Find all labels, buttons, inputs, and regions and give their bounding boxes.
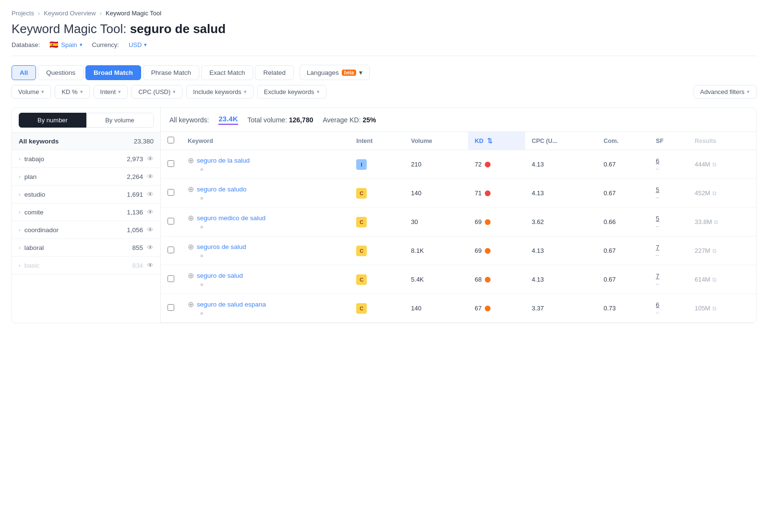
right-panel: All keywords: 23.4K Total volume: 126,78… xyxy=(161,108,756,323)
eye-icon[interactable]: 👁 xyxy=(147,208,154,216)
sf-column-header[interactable]: SF xyxy=(649,132,688,150)
eye-icon[interactable]: 👁 xyxy=(147,261,154,269)
keyword-link[interactable]: seguro de salud espana xyxy=(197,301,266,308)
tab-related[interactable]: Related xyxy=(255,65,294,80)
row-checkbox[interactable] xyxy=(168,304,174,311)
beta-badge: beta xyxy=(342,70,357,76)
add-icon[interactable]: ⊕ xyxy=(188,300,194,309)
breadcrumb-projects[interactable]: Projects xyxy=(12,10,34,17)
keyword-link[interactable]: seguro medico de salud xyxy=(197,214,265,222)
keyword-link[interactable]: seguro de salud xyxy=(197,272,243,279)
languages-button[interactable]: Languages beta ▾ xyxy=(300,65,370,80)
volume-column-header[interactable]: Volume xyxy=(404,132,468,150)
volume-filter[interactable]: Volume ▾ xyxy=(12,85,51,99)
sf-value[interactable]: 7 xyxy=(656,272,659,280)
exclude-keywords-filter[interactable]: Exclude keywords ▾ xyxy=(257,85,326,99)
left-item-label: › estudio xyxy=(19,191,45,198)
exclude-label: Exclude keywords xyxy=(264,88,314,95)
kd-cell: 67 xyxy=(468,294,525,323)
left-item-label: › comite xyxy=(19,209,43,216)
left-item-label: › plan xyxy=(19,173,36,180)
tab-exact-match[interactable]: Exact Match xyxy=(201,65,253,80)
db-currency-row: Database: 🇪🇸 Spain ▾ Currency: USD ▾ xyxy=(12,40,756,56)
keyword-link[interactable]: seguros de salud xyxy=(197,243,246,250)
kd-column-header[interactable]: KD ⇅ xyxy=(468,132,525,150)
left-list-item[interactable]: › basic 834 👁 xyxy=(12,257,160,274)
tab-questions[interactable]: Questions xyxy=(38,65,84,80)
intent-cell: C xyxy=(349,265,404,294)
left-list-item[interactable]: › plan 2,264 👁 xyxy=(12,168,160,186)
left-item-count: 2,973 👁 xyxy=(127,155,154,163)
cpc-cell: 4.13 xyxy=(525,179,597,208)
results-cell: 33.8M ⧉ xyxy=(688,208,756,236)
currency-selector[interactable]: USD ▾ xyxy=(129,41,147,48)
left-item-count: 855 👁 xyxy=(132,244,154,251)
sf-value[interactable]: 6 xyxy=(656,301,659,308)
chevron-down-icon: ▾ xyxy=(144,42,147,48)
com-column-header[interactable]: Com. xyxy=(597,132,649,150)
db-selector[interactable]: 🇪🇸 Spain ▾ xyxy=(49,40,82,49)
keyword-link[interactable]: seguro de saludo xyxy=(197,186,247,193)
row-checkbox-cell xyxy=(161,179,181,208)
external-icon: ⧉ xyxy=(712,276,717,283)
add-icon[interactable]: ⊕ xyxy=(188,213,194,223)
eye-icon[interactable]: 👁 xyxy=(147,244,154,251)
row-checkbox[interactable] xyxy=(168,247,174,253)
left-list-item[interactable]: › coordinador 1,056 👁 xyxy=(12,221,160,239)
left-list-item[interactable]: › trabajo 2,973 👁 xyxy=(12,150,160,168)
add-icon[interactable]: ⊕ xyxy=(188,271,194,280)
cpc-filter[interactable]: CPC (USD) ▾ xyxy=(132,85,182,99)
sf-value[interactable]: 5 xyxy=(656,215,659,222)
tab-broad-match[interactable]: Broad Match xyxy=(85,65,141,80)
keyword-cell: ⊕ seguro de saludo » xyxy=(181,179,349,208)
sf-value[interactable]: 7 xyxy=(656,244,659,251)
by-volume-button[interactable]: By volume xyxy=(86,113,154,128)
volume-cell: 140 xyxy=(404,294,468,323)
row-checkbox[interactable] xyxy=(168,275,174,282)
sf-cell: 6 -- xyxy=(649,294,688,323)
intent-filter[interactable]: Intent ▾ xyxy=(94,85,128,99)
row-checkbox[interactable] xyxy=(168,160,174,167)
eye-icon[interactable]: 👁 xyxy=(147,155,154,163)
main-content: By number By volume All keywords 23,380 … xyxy=(12,107,756,323)
tab-all[interactable]: All xyxy=(12,65,36,80)
cpc-column-header[interactable]: CPC (U... xyxy=(525,132,597,150)
chevron-down-icon: ▾ xyxy=(80,89,83,95)
left-list-item[interactable]: › estudio 1,691 👁 xyxy=(12,186,160,203)
intent-column-header[interactable]: Intent xyxy=(349,132,404,150)
left-panel: By number By volume All keywords 23,380 … xyxy=(12,108,161,323)
by-number-button[interactable]: By number xyxy=(19,113,86,128)
advanced-filters-button[interactable]: Advanced filters ▾ xyxy=(694,85,757,99)
tab-phrase-match[interactable]: Phrase Match xyxy=(143,65,199,80)
keyword-arrows: » xyxy=(200,310,343,317)
left-list-item[interactable]: › comite 1,136 👁 xyxy=(12,203,160,221)
chevron-down-icon: ▾ xyxy=(747,89,750,95)
eye-icon[interactable]: 👁 xyxy=(147,173,154,180)
left-list-item[interactable]: › laboral 855 👁 xyxy=(12,239,160,257)
add-icon[interactable]: ⊕ xyxy=(188,242,194,251)
eye-icon[interactable]: 👁 xyxy=(147,226,154,234)
com-cell: 0.66 xyxy=(597,208,649,236)
total-volume-label: Total volume: 126,780 xyxy=(248,116,313,124)
add-icon[interactable]: ⊕ xyxy=(188,156,194,165)
keyword-arrows: » xyxy=(200,195,343,201)
sf-value[interactable]: 5 xyxy=(656,186,659,193)
advanced-label: Advanced filters xyxy=(700,88,745,95)
row-checkbox-cell xyxy=(161,150,181,179)
sf-value[interactable]: 6 xyxy=(656,157,659,165)
all-keywords-row[interactable]: All keywords 23,380 xyxy=(12,133,160,150)
select-all-checkbox[interactable] xyxy=(168,137,174,143)
row-checkbox[interactable] xyxy=(168,189,174,196)
keyword-column-header[interactable]: Keyword xyxy=(181,132,349,150)
all-keywords-count-link[interactable]: 23.4K xyxy=(218,115,238,125)
breadcrumb-keyword-overview[interactable]: Keyword Overview xyxy=(44,10,96,17)
kd-label: KD % xyxy=(61,88,77,95)
kd-indicator xyxy=(485,277,491,283)
keyword-link[interactable]: seguro de la salud xyxy=(197,157,250,164)
eye-icon[interactable]: 👁 xyxy=(147,190,154,198)
add-icon[interactable]: ⊕ xyxy=(188,185,194,194)
row-checkbox[interactable] xyxy=(168,218,174,225)
include-keywords-filter[interactable]: Include keywords ▾ xyxy=(186,85,253,99)
kd-filter[interactable]: KD % ▾ xyxy=(55,85,89,99)
cpc-cell: 3.37 xyxy=(525,294,597,323)
